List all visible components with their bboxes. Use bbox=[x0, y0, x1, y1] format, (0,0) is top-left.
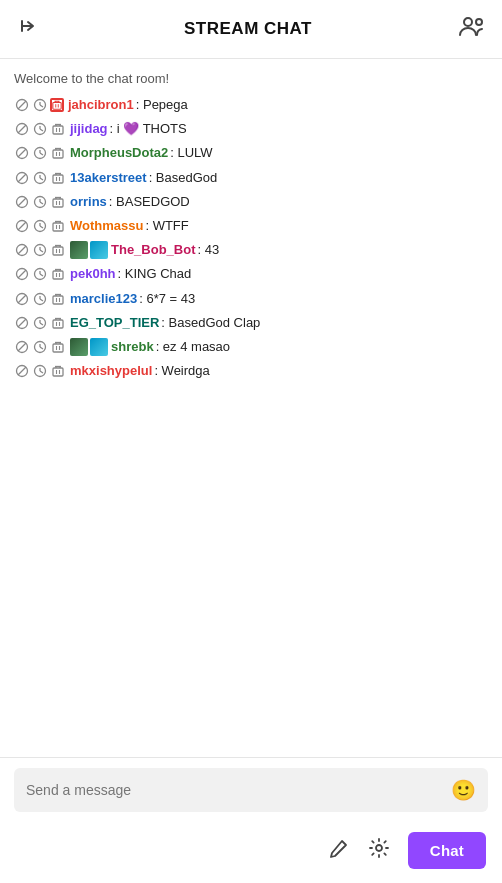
message-content: : WTFF bbox=[145, 217, 188, 235]
svg-line-74 bbox=[40, 250, 43, 252]
delete-button[interactable] bbox=[50, 98, 64, 112]
svg-line-96 bbox=[40, 299, 43, 301]
svg-line-41 bbox=[40, 178, 43, 180]
timeout-button[interactable] bbox=[32, 218, 48, 234]
delete-button[interactable] bbox=[50, 218, 66, 234]
username[interactable]: Wothmassu bbox=[70, 217, 143, 235]
username[interactable]: shrebk bbox=[111, 338, 154, 356]
delete-button[interactable] bbox=[50, 315, 66, 331]
delete-button[interactable] bbox=[50, 339, 66, 355]
message-content: : BasedGod Clap bbox=[161, 314, 260, 332]
welcome-text: Welcome to the chat room! bbox=[14, 71, 488, 86]
svg-line-85 bbox=[40, 274, 43, 276]
message-actions bbox=[14, 121, 66, 137]
page-title: STREAM CHAT bbox=[184, 19, 312, 39]
message-content: : LULW bbox=[170, 144, 212, 162]
ban-button[interactable] bbox=[14, 218, 30, 234]
message-row: jijidag: i 💜 THOTS bbox=[14, 120, 488, 138]
svg-line-126 bbox=[18, 367, 26, 375]
ban-button[interactable] bbox=[14, 242, 30, 258]
svg-rect-31 bbox=[53, 150, 63, 158]
timeout-button[interactable] bbox=[32, 145, 48, 161]
ban-button[interactable] bbox=[14, 315, 30, 331]
timeout-button[interactable] bbox=[32, 339, 48, 355]
svg-rect-130 bbox=[53, 368, 63, 376]
ban-button[interactable] bbox=[14, 97, 30, 113]
username[interactable]: marclie123 bbox=[70, 290, 137, 308]
messages-area: Welcome to the chat room! jahcibron1: Pe… bbox=[0, 59, 502, 757]
svg-line-129 bbox=[40, 371, 43, 373]
svg-rect-86 bbox=[53, 271, 63, 279]
svg-rect-42 bbox=[53, 175, 63, 183]
svg-point-2 bbox=[464, 18, 472, 26]
message-content: : i 💜 THOTS bbox=[110, 120, 187, 138]
back-icon[interactable] bbox=[16, 15, 38, 43]
message-input-wrapper: 🙂 bbox=[14, 768, 488, 812]
emoji-button[interactable]: 🙂 bbox=[451, 778, 476, 802]
username[interactable]: orrins bbox=[70, 193, 107, 211]
timeout-button[interactable] bbox=[32, 291, 48, 307]
ban-button[interactable] bbox=[14, 145, 30, 161]
message-content: : ez 4 masao bbox=[156, 338, 230, 356]
users-icon[interactable] bbox=[458, 14, 486, 44]
username[interactable]: EG_TOP_TIER bbox=[70, 314, 159, 332]
delete-button[interactable] bbox=[50, 121, 66, 137]
header: STREAM CHAT bbox=[0, 0, 502, 59]
svg-point-136 bbox=[376, 845, 382, 851]
message-input[interactable] bbox=[26, 782, 451, 798]
svg-rect-119 bbox=[53, 344, 63, 352]
delete-button[interactable] bbox=[50, 145, 66, 161]
username[interactable]: jahcibron1 bbox=[68, 96, 134, 114]
message-content: : BasedGod bbox=[149, 169, 218, 187]
message-actions bbox=[14, 315, 66, 331]
svg-line-71 bbox=[18, 246, 26, 254]
timeout-button[interactable] bbox=[32, 315, 48, 331]
username[interactable]: pek0hh bbox=[70, 265, 116, 283]
message-actions bbox=[14, 291, 66, 307]
timeout-button[interactable] bbox=[32, 242, 48, 258]
ban-button[interactable] bbox=[14, 266, 30, 282]
message-actions bbox=[14, 97, 64, 113]
ban-button[interactable] bbox=[14, 194, 30, 210]
chat-button[interactable]: Chat bbox=[408, 832, 486, 869]
message-actions bbox=[14, 145, 66, 161]
dota-badge bbox=[70, 241, 88, 259]
timeout-button[interactable] bbox=[32, 266, 48, 282]
message-actions bbox=[14, 339, 66, 355]
timeout-button[interactable] bbox=[32, 363, 48, 379]
message-content: : 43 bbox=[198, 241, 220, 259]
message-content: : Pepega bbox=[136, 96, 188, 114]
svg-line-49 bbox=[18, 198, 26, 206]
delete-button[interactable] bbox=[50, 194, 66, 210]
svg-line-8 bbox=[40, 105, 43, 107]
delete-button[interactable] bbox=[50, 170, 66, 186]
ban-button[interactable] bbox=[14, 339, 30, 355]
username[interactable]: jijidag bbox=[70, 120, 108, 138]
settings-icon[interactable] bbox=[368, 837, 390, 864]
ban-button[interactable] bbox=[14, 363, 30, 379]
svg-line-115 bbox=[18, 343, 26, 351]
message-row: shrebk: ez 4 masao bbox=[14, 338, 488, 356]
ban-button[interactable] bbox=[14, 121, 30, 137]
svg-line-5 bbox=[18, 101, 26, 109]
username[interactable]: MorpheusDota2 bbox=[70, 144, 168, 162]
delete-button[interactable] bbox=[50, 266, 66, 282]
ban-button[interactable] bbox=[14, 170, 30, 186]
timeout-button[interactable] bbox=[32, 97, 48, 113]
input-area: 🙂 bbox=[0, 757, 502, 822]
twitch-badge bbox=[90, 241, 108, 259]
svg-line-60 bbox=[18, 222, 26, 230]
mod-icon[interactable] bbox=[328, 837, 350, 864]
timeout-button[interactable] bbox=[32, 121, 48, 137]
delete-button[interactable] bbox=[50, 291, 66, 307]
delete-button[interactable] bbox=[50, 242, 66, 258]
ban-button[interactable] bbox=[14, 291, 30, 307]
username[interactable]: The_Bob_Bot bbox=[111, 241, 196, 259]
username[interactable]: mkxishypelul bbox=[70, 362, 152, 380]
svg-point-3 bbox=[476, 19, 482, 25]
delete-button[interactable] bbox=[50, 363, 66, 379]
message-row: EG_TOP_TIER: BasedGod Clap bbox=[14, 314, 488, 332]
username[interactable]: 13akerstreet bbox=[70, 169, 147, 187]
timeout-button[interactable] bbox=[32, 194, 48, 210]
timeout-button[interactable] bbox=[32, 170, 48, 186]
